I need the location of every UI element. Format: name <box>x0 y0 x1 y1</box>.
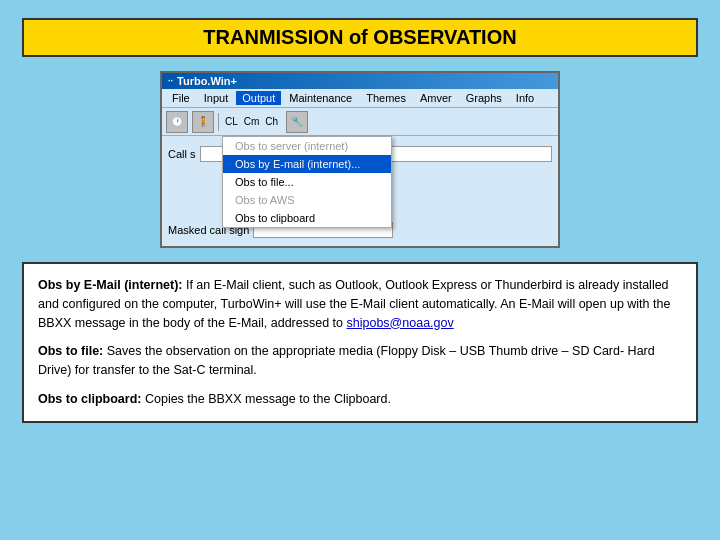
cl-label: CL <box>225 116 238 127</box>
dropdown-obs-email[interactable]: Obs by E-mail (internet)... <box>223 155 391 173</box>
menu-bar: File Input Output Maintenance Themes Amv… <box>162 89 558 108</box>
dropdown-obs-aws[interactable]: Obs to AWS <box>223 191 391 209</box>
app-body: Call s Obs to server (internet) Obs by E… <box>162 136 558 246</box>
menu-info[interactable]: Info <box>510 91 540 105</box>
toolbar: 🕐 🧍 CL Cm Ch 🔧 <box>162 108 558 136</box>
toolbar-icon-2[interactable]: 🧍 <box>192 111 214 133</box>
desc-email-label: Obs by E-Mail (internet): <box>38 278 182 292</box>
app-title-bar: ·· Turbo.Win+ <box>162 73 558 89</box>
desc-clipboard: Obs to clipboard: Copies the BBXX messag… <box>38 390 682 409</box>
menu-file[interactable]: File <box>166 91 196 105</box>
page-title: TRANMISSION of OBSERVATION <box>22 18 698 57</box>
dropdown-obs-file[interactable]: Obs to file... <box>223 173 391 191</box>
window-dots: ·· <box>168 76 173 86</box>
call-sign-label: Call s <box>168 148 196 160</box>
desc-clipboard-label: Obs to clipboard: <box>38 392 141 406</box>
toolbar-icon-3[interactable]: 🔧 <box>286 111 308 133</box>
menu-output[interactable]: Output <box>236 91 281 105</box>
desc-clipboard-text: Copies the BBXX message to the Clipboard… <box>141 392 390 406</box>
app-window: ·· Turbo.Win+ File Input Output Maintena… <box>160 71 560 248</box>
desc-file-label: Obs to file: <box>38 344 103 358</box>
desc-file-text: Saves the observation on the appropriate… <box>38 344 655 377</box>
menu-input[interactable]: Input <box>198 91 234 105</box>
toolbar-separator <box>218 113 219 131</box>
ch-label: Ch <box>265 116 278 127</box>
app-title: Turbo.Win+ <box>177 75 237 87</box>
dropdown-obs-clipboard[interactable]: Obs to clipboard <box>223 209 391 227</box>
menu-amver[interactable]: Amver <box>414 91 458 105</box>
cm-label: Cm <box>244 116 260 127</box>
menu-themes[interactable]: Themes <box>360 91 412 105</box>
noaa-email-link[interactable]: shipobs@noaa.gov <box>347 316 454 330</box>
output-dropdown: Obs to server (internet) Obs by E-mail (… <box>222 136 392 228</box>
toolbar-icon-1[interactable]: 🕐 <box>166 111 188 133</box>
dropdown-obs-server[interactable]: Obs to server (internet) <box>223 137 391 155</box>
desc-file: Obs to file: Saves the observation on th… <box>38 342 682 380</box>
menu-graphs[interactable]: Graphs <box>460 91 508 105</box>
desc-email: Obs by E-Mail (internet): If an E-Mail c… <box>38 276 682 332</box>
menu-maintenance[interactable]: Maintenance <box>283 91 358 105</box>
description-box: Obs by E-Mail (internet): If an E-Mail c… <box>22 262 698 423</box>
